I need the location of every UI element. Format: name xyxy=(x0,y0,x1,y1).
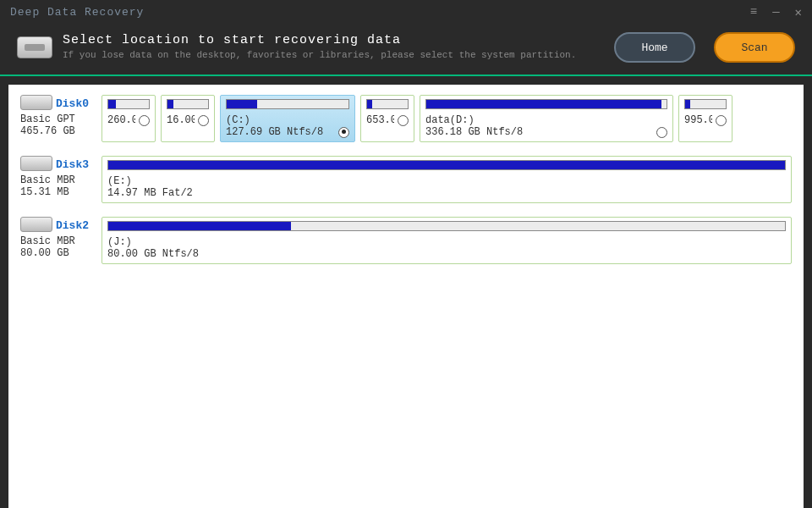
partition-size: 336.18 GB Ntfs/8 xyxy=(425,126,653,138)
disk-name: Disk0 xyxy=(56,97,89,110)
disk-type: Basic GPT xyxy=(20,113,96,125)
partition-size: 995.00 . xyxy=(684,114,712,126)
disk-row: Disk2 Basic MBR 80.00 GB(J:)80.00 GB Ntf… xyxy=(20,217,792,264)
partition-footer: 14.97 MB Fat/2 xyxy=(107,187,786,199)
usage-bar-fill xyxy=(108,222,291,230)
partition-list: (E:)14.97 MB Fat/2 xyxy=(102,156,792,203)
partition-footer: 127.69 GB Ntfs/8 xyxy=(226,126,349,138)
partition-size: 260.00 . xyxy=(107,114,135,126)
disk-info: Disk0 Basic GPT 465.76 GB xyxy=(20,95,96,142)
disk-icon xyxy=(20,156,52,171)
partition[interactable]: (E:)14.97 MB Fat/2 xyxy=(102,156,792,203)
scan-button[interactable]: Scan xyxy=(714,32,795,63)
header-text: Select location to start recovering data… xyxy=(63,33,604,61)
partition-radio[interactable] xyxy=(716,115,727,126)
partition-footer: 16.00 M. xyxy=(167,114,209,126)
partition-footer: 995.00 . xyxy=(684,114,727,126)
disk-type: Basic MBR xyxy=(20,174,96,186)
partition-size: 14.97 MB Fat/2 xyxy=(107,187,786,199)
usage-bar-fill xyxy=(367,100,372,108)
disk-row: Disk0 Basic GPT 465.76 GB260.00 .16.00 M… xyxy=(20,95,792,142)
disk-info: Disk2 Basic MBR 80.00 GB xyxy=(20,217,96,264)
partition-footer: 653.00 . xyxy=(366,114,409,126)
usage-bar xyxy=(107,221,786,231)
disk-size: 465.76 GB xyxy=(20,125,96,137)
usage-bar xyxy=(226,99,349,109)
content-area: Disk0 Basic GPT 465.76 GB260.00 .16.00 M… xyxy=(8,85,804,508)
disk-row: Disk3 Basic MBR 15.31 MB(E:)14.97 MB Fat… xyxy=(20,156,792,203)
hdd-icon xyxy=(17,36,52,58)
partition-radio[interactable] xyxy=(398,115,409,126)
home-button[interactable]: Home xyxy=(614,32,695,63)
minimize-icon[interactable]: — xyxy=(772,5,779,19)
partition-size: 16.00 M. xyxy=(167,114,195,126)
partition-radio[interactable] xyxy=(338,127,349,138)
partition-size: 127.69 GB Ntfs/8 xyxy=(226,126,335,138)
menu-icon[interactable]: ≡ xyxy=(750,5,757,19)
partition-footer: 336.18 GB Ntfs/8 xyxy=(425,126,667,138)
partition-radio[interactable] xyxy=(139,115,150,126)
partition-label: (J:) xyxy=(107,236,786,248)
partition-radio[interactable] xyxy=(656,127,667,138)
header-divider xyxy=(0,75,812,76)
usage-bar-fill xyxy=(108,161,785,169)
partition-list: 260.00 .16.00 M.(C:)127.69 GB Ntfs/8653.… xyxy=(102,95,792,142)
disk-info: Disk3 Basic MBR 15.31 MB xyxy=(20,156,96,203)
partition-size: 653.00 . xyxy=(366,114,394,126)
partition-footer: 80.00 GB Ntfs/8 xyxy=(107,248,786,260)
partition[interactable]: (C:)127.69 GB Ntfs/8 xyxy=(220,95,355,142)
usage-bar-fill xyxy=(167,100,173,108)
usage-bar-fill xyxy=(426,100,661,108)
app-title: Deep Data Recovery xyxy=(10,6,144,19)
usage-bar xyxy=(366,99,409,109)
usage-bar xyxy=(107,160,786,170)
partition[interactable]: (J:)80.00 GB Ntfs/8 xyxy=(102,217,792,264)
partition[interactable]: 995.00 . xyxy=(678,95,732,142)
partition[interactable]: data(D:)336.18 GB Ntfs/8 xyxy=(420,95,673,142)
page-title: Select location to start recovering data xyxy=(63,33,604,47)
partition-label: data(D:) xyxy=(425,114,667,126)
titlebar: Deep Data Recovery ≡ — ✕ xyxy=(0,0,812,24)
usage-bar xyxy=(107,99,150,109)
header: Select location to start recovering data… xyxy=(0,24,812,75)
usage-bar-fill xyxy=(685,100,690,108)
partition-radio[interactable] xyxy=(198,115,209,126)
usage-bar xyxy=(684,99,727,109)
usage-bar-fill xyxy=(108,100,116,108)
partition-label: (C:) xyxy=(226,114,349,126)
window-controls: ≡ — ✕ xyxy=(750,5,802,19)
disk-icon xyxy=(20,217,52,232)
partition[interactable]: 16.00 M. xyxy=(161,95,215,142)
disk-icon xyxy=(20,95,52,110)
partition-footer: 260.00 . xyxy=(107,114,150,126)
partition-list: (J:)80.00 GB Ntfs/8 xyxy=(102,217,792,264)
disk-type: Basic MBR xyxy=(20,235,96,247)
usage-bar xyxy=(425,99,667,109)
disk-name: Disk2 xyxy=(56,219,89,232)
disk-size: 15.31 MB xyxy=(20,186,96,198)
disk-size: 80.00 GB xyxy=(20,247,96,259)
partition[interactable]: 260.00 . xyxy=(102,95,156,142)
partition[interactable]: 653.00 . xyxy=(360,95,414,142)
usage-bar-fill xyxy=(227,100,257,108)
page-subtitle: If you lose data on the desktop, favorit… xyxy=(63,49,604,61)
close-icon[interactable]: ✕ xyxy=(795,5,802,19)
partition-size: 80.00 GB Ntfs/8 xyxy=(107,248,786,260)
partition-label: (E:) xyxy=(107,175,786,187)
usage-bar xyxy=(167,99,209,109)
disk-name: Disk3 xyxy=(56,158,89,171)
